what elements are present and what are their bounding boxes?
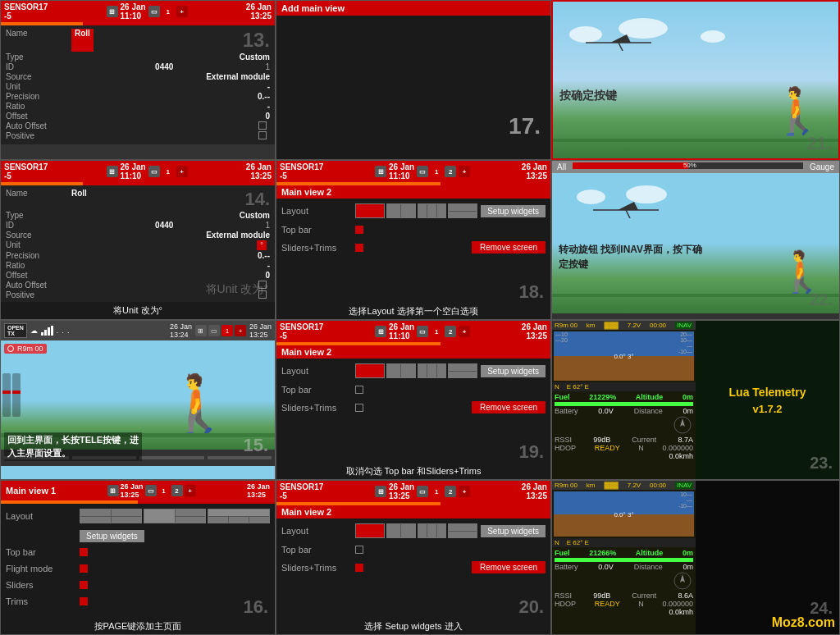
mainview-body-16: Layout Setup (1, 504, 275, 618)
sky-21: 🚶 按确定按键 21. (553, 2, 838, 158)
row-type: Type Custom (6, 53, 270, 62)
step-19: 19. (518, 441, 544, 463)
setup-widgets-btn-18[interactable]: Setup widgets (481, 205, 546, 217)
row-name: Name Roll 13. (6, 29, 270, 52)
attitude-indicator: 0.0° 3° 20— 10— — -10— —10 —20 (554, 331, 694, 381)
sliders-check-20[interactable] (355, 564, 363, 572)
svg-marker-4 (618, 202, 638, 210)
row-ratio-14: Ratio - (6, 261, 270, 270)
mainview2-header-20: Main view 2 (276, 505, 550, 519)
sliders-row-18: Sliders+Trims Remove screen (281, 241, 546, 254)
step-16: 16. (243, 596, 268, 618)
step-13: 13. (243, 29, 270, 52)
attitude-indicator-24: 0.0° 3° 10— — -10— (554, 491, 694, 537)
sliders-check-18[interactable] (355, 244, 363, 252)
svg-marker-1 (610, 34, 631, 43)
trims-check-16[interactable] (80, 597, 88, 605)
sky-text-22: 转动旋钮 找到INAV界面，按下确定按键 (559, 242, 702, 272)
sensor-name-13: SENSOR17 (4, 2, 48, 11)
cell-22: All 50% Gauge 🚶 转动旋钮 找到INAV界面，按下确定按 (551, 160, 840, 320)
setup-widgets-btn-20[interactable]: Setup widgets (481, 525, 546, 537)
person-icon-15: 🚶 (162, 376, 234, 433)
topbar-check-20[interactable] (355, 546, 363, 554)
moz8-panel: 24. Moz8.com (696, 481, 839, 634)
topbar-row-20: Top bar (281, 545, 546, 555)
annotation-14: 将Unit 改为° (206, 282, 268, 297)
icon-layout[interactable]: ▭ (148, 6, 160, 17)
info-table-13: Name Roll 13. Type Custom ID 0440 1 Sour… (1, 25, 275, 144)
person-icon-22: 🚶 (776, 252, 827, 293)
icon-plus[interactable]: + (176, 6, 188, 17)
svg-marker-9 (680, 574, 685, 582)
row-unit-14: Unit ° (6, 240, 270, 250)
mainview2-header-18: Main view 2 (276, 185, 550, 199)
topbar-check-16[interactable] (80, 548, 88, 556)
sliders-row-20: Sliders+Trims Remove screen (281, 561, 546, 573)
row-offset-14: Offset 0 (6, 271, 270, 280)
topbar-row-19: Top bar (281, 385, 546, 395)
remove-screen-btn-19[interactable]: Remove screen (472, 401, 546, 413)
cell-14: SENSOR17 -5 ⊞ 26 Jan11:10 ▭ 1 + 26 Jan 1… (0, 160, 276, 320)
moz8-label: Moz8.com (772, 615, 835, 630)
step-21: 21. (806, 133, 832, 154)
layout-row-18: Layout Setup widgets (281, 203, 546, 218)
info-table-14: Name Roll 14. Type Custom ID 0440 1 Sour… (1, 185, 275, 304)
row-source-13: Source External module (6, 72, 270, 81)
topbar-check-19[interactable] (355, 386, 363, 394)
cell-18: SENSOR17 -5 ⊞ 26 Jan11:10 ▭ 1 2 + 26 Jan… (276, 160, 551, 320)
flightmode-check-16[interactable] (80, 564, 88, 573)
r9m-badge: R9m 00 (4, 344, 47, 354)
topbar-row-18: Top bar (281, 225, 546, 235)
remove-screen-btn-20[interactable]: Remove screen (472, 561, 546, 573)
step-15: 15. (243, 435, 268, 456)
remove-screen-btn-18[interactable]: Remove screen (472, 241, 546, 254)
gauge-header-22: All 50% Gauge (552, 161, 839, 173)
opentx-header-15: OPENTX ☁ . . . 26 Jan13:24 ⊞ ▭ 1 + (1, 321, 275, 340)
mainview-body-18: Layout Setup widgets Top bar (276, 199, 550, 265)
setup-widgets-btn-19[interactable]: Setup widgets (481, 365, 546, 377)
annotation-15: 回到主界面，长按TELE按键，进入主界面设置。 (4, 432, 142, 461)
person-icon-21: 🚶 (769, 89, 826, 134)
icon-num1[interactable]: 1 (162, 6, 174, 17)
annotation-19: 取消勾选 Top bar 和Sliders+Trims (276, 464, 550, 479)
icon-num1-14[interactable]: 1 (162, 166, 174, 177)
topbar-check-18[interactable] (355, 226, 363, 234)
progress-13 (1, 22, 275, 25)
cell-19: SENSOR17 -5 ⊞ 26 Jan11:10 ▭ 1 2 + 26 Jan… (276, 320, 551, 480)
sliders-check-16[interactable] (80, 581, 88, 589)
val-name: Roll (71, 29, 94, 52)
step-18: 18. (518, 281, 544, 303)
layout-row-20: Layout Setup widgets (281, 523, 546, 538)
flightmode-row-16: Flight mode (6, 564, 270, 573)
icon-grid-14: ⊞ (107, 166, 118, 177)
icon-plus-14[interactable]: + (176, 166, 188, 177)
step-20: 20. (518, 596, 544, 618)
sliders-check-19[interactable] (355, 404, 363, 412)
cell-21: 🚶 按确定按键 21. (551, 0, 840, 160)
sensor-header-18: SENSOR17 -5 ⊞ 26 Jan11:10 ▭ 1 2 + 26 Jan… (276, 161, 550, 182)
icon-layout-14[interactable]: ▭ (148, 166, 160, 177)
telem-display-24: R9m 00 km ▓▓▓ 7.2V 00:00 INAV 0.0° 3° 10… (552, 481, 696, 634)
sky-text-21: 按确定按键 (559, 88, 617, 104)
cell-13: SENSOR17 -5 ⊞ 26 Jan11:10 ▭ 1 + 26 Jan 1… (0, 0, 276, 160)
glider-icon-21 (586, 34, 651, 51)
step-14: 14. (244, 189, 270, 210)
sensor-date2-13: 26 Jan (246, 2, 272, 11)
row-ratio-13: Ratio - (6, 102, 270, 111)
row-offset-13: Offset 0 (6, 112, 270, 121)
icon-grid: ⊞ (107, 6, 118, 17)
lua-title: Lua Telemetry (729, 385, 806, 400)
compass-icon-23 (673, 415, 693, 436)
row-precision-14: Precision 0.-- (6, 251, 270, 260)
row-positive-13: Positive (6, 131, 270, 140)
compass-icon-24 (673, 571, 693, 592)
sliders-row-19: Sliders+Trims Remove screen (281, 401, 546, 413)
setup-widgets-btn-16[interactable]: Setup widgets (80, 530, 144, 542)
svg-line-5 (626, 210, 630, 218)
cell-20: SENSOR17 -5 ⊞ 26 Jan13:25 ▭ 1 2 + 26 Jan… (276, 480, 551, 635)
row-autooffset-13: Auto Offset (6, 121, 270, 130)
annotation-16: 按PAGE键添加主页面 (1, 619, 275, 634)
telem-display-23: R9m 00 km ▓▓▓ 7.2V 00:00 INAV 0.0° 3° 20… (552, 321, 696, 479)
layout-row-16: Layout (6, 509, 270, 523)
lua-version: v1.7.2 (752, 403, 782, 415)
